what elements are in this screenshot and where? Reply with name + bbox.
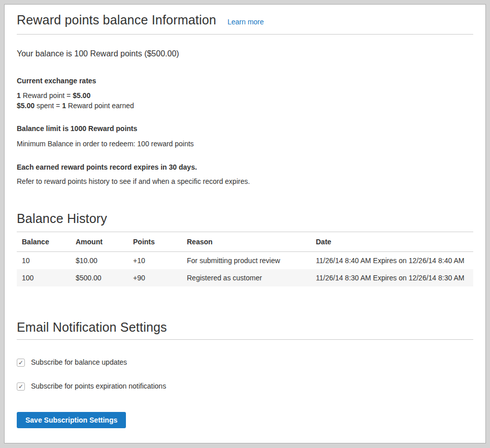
cell-balance: 100 <box>17 269 71 286</box>
expiry-note-text: Refer to reward points history to see if… <box>17 177 473 186</box>
expiry-rule-text: Each earned reward points record expires… <box>17 163 473 172</box>
save-subscription-settings-button[interactable]: Save Subscription Settings <box>17 412 126 428</box>
cell-balance: 10 <box>17 252 71 270</box>
cell-reason: Registered as customer <box>182 269 311 286</box>
min-balance-text: Minimum Balance in order to redeem: 100 … <box>17 139 473 149</box>
subscribe-expiration-notifications-option[interactable]: ✓ Subscribe for points expiration notifi… <box>17 382 473 391</box>
column-header-points: Points <box>128 232 182 252</box>
email-notification-title: Email Notification Settings <box>17 320 473 335</box>
balance-limit-text: Balance limit is 1000 Reward points <box>17 124 473 134</box>
cell-reason: For submitting product review <box>182 252 311 270</box>
subscribe-balance-updates-option[interactable]: ✓ Subscribe for balance updates <box>17 358 473 367</box>
cell-points: +10 <box>128 252 182 270</box>
reward-points-card: Reward points balance Information Learn … <box>4 4 486 443</box>
column-header-balance: Balance <box>17 232 71 252</box>
redeem-rate-line: 1 Reward point = $5.00 <box>17 91 473 101</box>
earn-rate-mid: spent = <box>35 102 62 110</box>
column-header-date: Date <box>311 232 473 252</box>
exchange-rates-heading: Current exchange rates <box>17 76 473 86</box>
balance-history-title: Balance History <box>17 211 473 226</box>
notification-divider <box>17 339 473 340</box>
cell-points: +90 <box>128 269 182 286</box>
redeem-rate-points: 1 <box>17 91 21 100</box>
balance-summary: Your balance is 100 Reward points ($500.… <box>17 48 473 59</box>
redeem-rate-mid: Reward point = <box>21 91 73 100</box>
exchange-rates: 1 Reward point = $5.00 $5.00 spent = 1 R… <box>17 91 473 111</box>
redeem-rate-money: $5.00 <box>73 91 90 100</box>
column-header-reason: Reason <box>182 232 311 252</box>
table-row: 10 $10.00 +10 For submitting product rev… <box>17 252 473 270</box>
cell-amount: $500.00 <box>71 269 128 286</box>
earn-rate-line: $5.00 spent = 1 Reward point earned <box>17 101 473 111</box>
earn-rate-points: 1 <box>62 102 66 110</box>
table-header-row: Balance Amount Points Reason Date <box>17 232 473 252</box>
balance-history-table: Balance Amount Points Reason Date 10 $10… <box>17 232 473 286</box>
checkbox-checked-icon[interactable]: ✓ <box>17 359 25 367</box>
checkbox-label: Subscribe for balance updates <box>31 358 127 367</box>
cell-date: 11/26/14 8:30 AM Expires on 12/26/14 8:3… <box>311 269 473 286</box>
cell-date: 11/26/14 8:40 AM Expires on 12/26/14 8:4… <box>311 252 473 270</box>
page-title: Reward points balance Information <box>17 13 216 27</box>
checkbox-checked-icon[interactable]: ✓ <box>17 382 25 391</box>
earn-rate-suffix: Reward point earned <box>66 102 134 110</box>
earn-rate-money: $5.00 <box>17 102 35 110</box>
checkbox-label: Subscribe for points expiration notifica… <box>31 382 166 391</box>
learn-more-link[interactable]: Learn more <box>227 18 264 26</box>
cell-amount: $10.00 <box>71 252 128 270</box>
notification-options: ✓ Subscribe for balance updates ✓ Subscr… <box>17 358 473 391</box>
header-divider <box>17 34 473 35</box>
column-header-amount: Amount <box>71 232 128 252</box>
page-header: Reward points balance Information Learn … <box>17 13 473 27</box>
table-row: 100 $500.00 +90 Registered as customer 1… <box>17 269 473 286</box>
